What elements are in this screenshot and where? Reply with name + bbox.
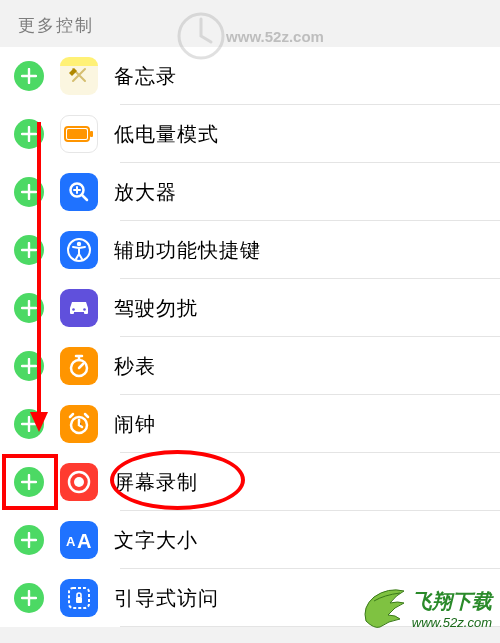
svg-text:A: A <box>66 534 76 549</box>
screen-record-icon <box>60 463 98 501</box>
plus-icon <box>21 242 37 258</box>
alarm-icon <box>60 405 98 443</box>
svg-rect-2 <box>90 131 93 137</box>
svg-rect-1 <box>67 129 87 139</box>
plus-icon <box>21 474 37 490</box>
add-button[interactable] <box>14 409 44 439</box>
plus-icon <box>21 300 37 316</box>
control-label: 放大器 <box>114 179 177 206</box>
plus-icon <box>21 358 37 374</box>
svg-point-11 <box>74 477 84 487</box>
svg-point-7 <box>83 308 86 311</box>
control-row-driving-dnd: 驾驶勿扰 <box>0 279 500 337</box>
plus-icon <box>21 590 37 606</box>
control-label: 备忘录 <box>114 63 177 90</box>
control-row-stopwatch: 秒表 <box>0 337 500 395</box>
add-button[interactable] <box>14 61 44 91</box>
plus-icon <box>21 184 37 200</box>
control-label: 辅助功能快捷键 <box>114 237 261 264</box>
accessibility-icon <box>60 231 98 269</box>
svg-text:A: A <box>77 530 91 551</box>
notes-icon <box>60 57 98 95</box>
control-label: 秒表 <box>114 353 156 380</box>
svg-point-6 <box>72 308 75 311</box>
more-controls-list: 备忘录 低电量模式 放大器 辅助功能快捷键 <box>0 47 500 627</box>
add-button[interactable] <box>14 119 44 149</box>
text-size-icon: AA <box>60 521 98 559</box>
control-label: 驾驶勿扰 <box>114 295 198 322</box>
svg-rect-15 <box>76 597 82 603</box>
control-label: 屏幕录制 <box>114 469 198 496</box>
plus-icon <box>21 126 37 142</box>
control-row-magnifier: 放大器 <box>0 163 500 221</box>
control-row-screen-record: 屏幕录制 <box>0 453 500 511</box>
low-power-icon <box>60 115 98 153</box>
control-label: 低电量模式 <box>114 121 219 148</box>
svg-point-5 <box>77 242 81 246</box>
plus-icon <box>21 532 37 548</box>
add-button[interactable] <box>14 235 44 265</box>
add-button[interactable] <box>14 351 44 381</box>
plus-icon <box>21 416 37 432</box>
control-row-text-size: AA 文字大小 <box>0 511 500 569</box>
car-icon <box>60 289 98 327</box>
stopwatch-icon <box>60 347 98 385</box>
section-title: 更多控制 <box>18 16 94 35</box>
section-header: 更多控制 <box>0 0 500 47</box>
add-button[interactable] <box>14 525 44 555</box>
add-button[interactable] <box>14 583 44 613</box>
add-button[interactable] <box>14 177 44 207</box>
control-row-guided-access: 引导式访问 <box>0 569 500 627</box>
add-button[interactable] <box>14 467 44 497</box>
add-button[interactable] <box>14 293 44 323</box>
control-row-accessibility: 辅助功能快捷键 <box>0 221 500 279</box>
control-row-alarm: 闹钟 <box>0 395 500 453</box>
control-label: 引导式访问 <box>114 585 219 612</box>
control-row-low-power: 低电量模式 <box>0 105 500 163</box>
guided-access-icon <box>60 579 98 617</box>
control-row-notes: 备忘录 <box>0 47 500 105</box>
control-label: 文字大小 <box>114 527 198 554</box>
control-label: 闹钟 <box>114 411 156 438</box>
plus-icon <box>21 68 37 84</box>
magnifier-icon <box>60 173 98 211</box>
